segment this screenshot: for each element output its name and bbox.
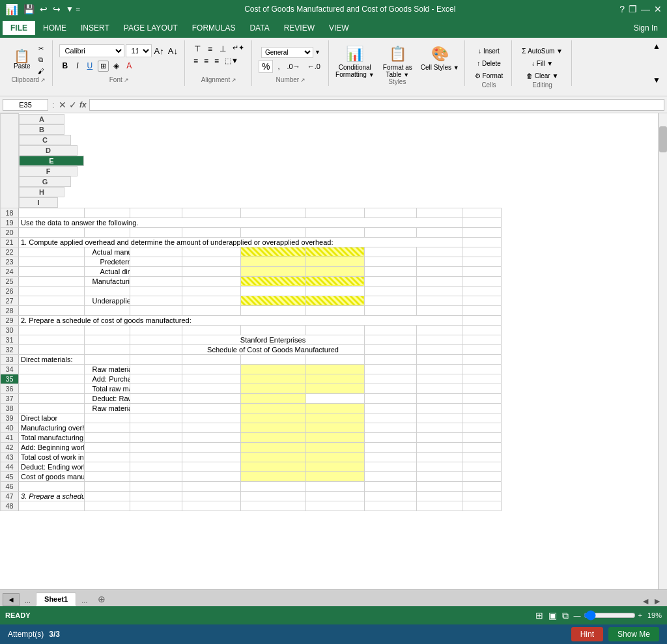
align-left-button[interactable]: ≡ [192, 56, 200, 66]
cell-E41[interactable] [240, 432, 305, 442]
cell-C26[interactable] [130, 286, 182, 296]
align-top-button[interactable]: ⊤ [192, 43, 203, 55]
sign-in-button[interactable]: Sign In [627, 21, 664, 35]
cell-H33[interactable] [416, 354, 462, 364]
cell-B28[interactable] [84, 305, 130, 315]
cell-D37[interactable] [182, 393, 240, 403]
cell-A24[interactable] [19, 266, 85, 276]
row-num-19[interactable]: 19 [1, 217, 19, 227]
cell-B44[interactable] [84, 462, 130, 471]
cell-D23[interactable] [182, 257, 240, 266]
cell-C33[interactable] [130, 354, 182, 364]
row-num-34[interactable]: 34 [1, 364, 19, 374]
cell-E37[interactable] [240, 393, 305, 403]
cell-I18[interactable] [462, 208, 501, 217]
cell-A36[interactable] [19, 384, 85, 393]
percent-button[interactable]: % [259, 60, 273, 73]
cell-D28[interactable] [182, 305, 240, 315]
cell-I20[interactable] [462, 227, 501, 237]
cell-I31[interactable] [364, 335, 416, 344]
delete-cells-button[interactable]: ↑ Delete [474, 58, 504, 69]
copy-button[interactable]: ⧉ [35, 55, 47, 65]
cell-A41[interactable]: Total manufacturing costs [19, 432, 85, 442]
cell-A22[interactable] [19, 247, 85, 257]
help-button[interactable]: ? [619, 4, 625, 14]
cell-B46[interactable] [84, 481, 130, 491]
alignment-expand-icon[interactable]: ↗ [231, 77, 236, 83]
cell-C39[interactable] [130, 413, 182, 423]
cell-F30[interactable] [305, 325, 364, 335]
cell-B20[interactable] [84, 227, 130, 237]
cell-D26[interactable] [182, 286, 240, 296]
cell-B40[interactable] [84, 423, 130, 432]
cell-D44[interactable] [182, 462, 240, 471]
cell-C37[interactable] [130, 393, 182, 403]
formula-input[interactable] [89, 99, 664, 111]
cell-G33[interactable] [364, 354, 416, 364]
row-num-28[interactable]: 28 [1, 305, 19, 315]
cell-F37[interactable] [305, 393, 364, 403]
cell-I41[interactable] [462, 432, 501, 442]
fill-color-button[interactable]: ◈ [111, 60, 122, 72]
cell-C28[interactable] [130, 305, 182, 315]
row-num-38[interactable]: 38 [1, 403, 19, 413]
zoom-out-button[interactable]: — [574, 611, 581, 619]
cell-E27[interactable] [240, 296, 305, 305]
cell-E44[interactable] [240, 462, 305, 471]
close-button[interactable]: ✕ [654, 4, 662, 14]
cell-E34[interactable] [240, 364, 305, 374]
cell-I43[interactable] [462, 452, 501, 462]
cell-H20[interactable] [416, 227, 462, 237]
align-bottom-button[interactable]: ⊥ [217, 43, 229, 55]
row-num-44[interactable]: 44 [1, 462, 19, 471]
cell-I34[interactable] [462, 364, 501, 374]
col-header-f[interactable]: F [19, 166, 78, 176]
add-sheet-button[interactable]: ⊕ [92, 592, 111, 606]
cell-G45[interactable] [364, 471, 416, 481]
cell-B22[interactable]: Actual manufacturing overhead cost [84, 247, 130, 257]
cell-D45[interactable] [182, 471, 240, 481]
cell-G27[interactable] [364, 296, 416, 305]
cell-H39[interactable] [416, 413, 462, 423]
cell-E40[interactable] [240, 423, 305, 432]
cell-H36[interactable] [416, 384, 462, 393]
italic-button[interactable]: I [73, 59, 81, 72]
cell-E25[interactable] [240, 276, 305, 286]
cell-B30[interactable] [84, 325, 130, 335]
cell-I35[interactable] [462, 374, 501, 384]
cell-I39[interactable] [462, 413, 501, 423]
cell-G39[interactable] [364, 413, 416, 423]
cell-H37[interactable] [416, 393, 462, 403]
cell-B26[interactable] [84, 286, 130, 296]
cell-G24[interactable] [364, 266, 416, 276]
cell-G38[interactable] [364, 403, 416, 413]
cell-A43[interactable]: Total cost of work in process [19, 452, 85, 462]
page-layout-view-icon[interactable]: ▣ [548, 610, 557, 621]
cell-B27[interactable]: Underapplied (overapplied) manufacturing… [84, 296, 130, 305]
quick-save-icon[interactable]: 💾 [23, 4, 35, 14]
cell-D22[interactable] [182, 247, 240, 257]
col-header-d[interactable]: D [19, 145, 78, 156]
col-header-c[interactable]: C [19, 135, 71, 145]
cell-A35[interactable] [19, 374, 85, 384]
cell-H27[interactable] [416, 296, 462, 305]
align-middle-button[interactable]: ≡ [205, 43, 215, 55]
cell-B25[interactable]: Manufacturing overhead applied [84, 276, 130, 286]
cell-H43[interactable] [416, 452, 462, 462]
cell-G35[interactable] [364, 374, 416, 384]
cell-A28[interactable] [19, 305, 85, 315]
cell-I32[interactable] [364, 344, 416, 354]
clear-button[interactable]: 🗑 Clear ▼ [523, 70, 561, 81]
cell-I37[interactable] [462, 393, 501, 403]
cell-C41[interactable] [130, 432, 182, 442]
customize-icon[interactable]: ▼ = [66, 5, 80, 14]
cell-E30[interactable] [240, 325, 305, 335]
cell-D31[interactable]: Stanford Enterprises [182, 335, 364, 344]
row-num-46[interactable]: 46 [1, 481, 19, 491]
cell-F47[interactable] [305, 491, 364, 501]
increase-font-size-button[interactable]: A↑ [153, 46, 165, 56]
vertical-scrollbar[interactable] [658, 113, 667, 589]
cell-E24[interactable] [240, 266, 305, 276]
cell-F26[interactable] [305, 286, 364, 296]
cell-A26[interactable] [19, 286, 85, 296]
